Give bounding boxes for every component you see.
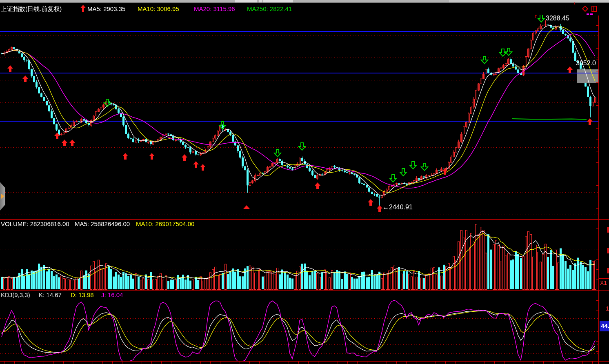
axis-label-fragment	[607, 248, 609, 253]
kdj-current-value-badge: 44.	[600, 321, 609, 331]
chart-title: 上证指数(日线.前复权)	[1, 5, 62, 12]
ma5-value: MA5: 2903.35	[87, 5, 125, 12]
toolbar-button-partial[interactable]	[235, 0, 257, 2]
kdj-title: KDJ(9,3,3)	[1, 291, 30, 298]
ma250-value: MA250: 2822.41	[247, 5, 292, 12]
toolbar-strip	[0, 0, 609, 3]
restore-inner-line	[593, 7, 594, 11]
chart-canvas[interactable]	[0, 0, 609, 364]
restore-window-icon[interactable]	[591, 6, 597, 12]
kdj-k-value: K: 14.67	[39, 291, 62, 298]
peak-flag-mark	[535, 15, 537, 16]
expand-arrow-icon	[1, 194, 4, 199]
toolbar-button-partial[interactable]	[449, 0, 609, 2]
volume-ma5-value: MA5: 258826496.00	[75, 220, 130, 227]
volume-ma10-value: MA10: 269017504.00	[136, 220, 194, 227]
kdj-d-value: D: 13.98	[71, 291, 94, 298]
ma20-value: MA20: 3115.96	[194, 5, 235, 12]
ma10-value: MA10: 3006.95	[138, 5, 179, 12]
axis-label-fragment	[607, 268, 609, 273]
toolbar-button-partial[interactable]	[259, 0, 262, 2]
magenta-dash-icon	[587, 13, 589, 15]
volume-value: VOLUME: 282306816.00	[1, 220, 69, 227]
up-arrow-icon	[80, 5, 86, 12]
kdj-j-value: J: 16.04	[101, 291, 123, 298]
low-price-label: ←2440.91	[382, 204, 413, 211]
toolbar-red-tick	[574, 2, 575, 4]
app-root: { "colors": { "candle_up": "#ff2e2e", "c…	[0, 0, 609, 364]
toolbar-button-partial[interactable]	[263, 0, 293, 2]
axis-label-fragment	[607, 227, 609, 233]
magenta-dash-icon	[590, 13, 593, 15]
kdj-axis-label: 1	[606, 305, 609, 312]
peak-price-label: 3288.45	[546, 15, 569, 22]
volume-x1-label: X1	[600, 280, 607, 286]
alert-price-tag: 3052.0	[576, 60, 596, 67]
kdj-badge-text: 44.	[601, 322, 609, 329]
